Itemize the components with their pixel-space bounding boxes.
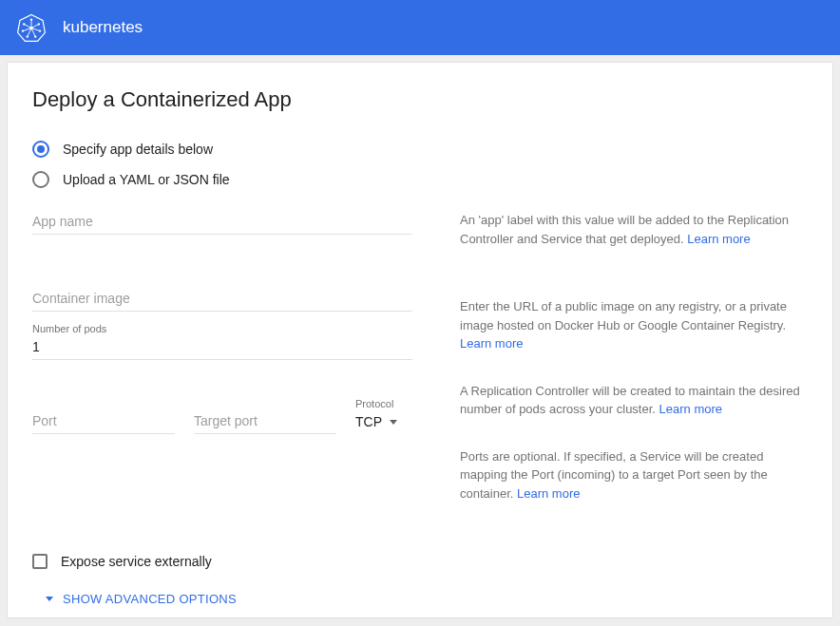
field-protocol: Protocol TCP	[355, 398, 412, 434]
help-ports: Ports are optional. If specified, a Serv…	[460, 447, 808, 503]
radio-upload-file[interactable]: Upload a YAML or JSON file	[32, 171, 808, 188]
learn-more-link[interactable]: Learn more	[687, 232, 750, 246]
protocol-label: Protocol	[355, 398, 412, 409]
field-container-image	[32, 288, 412, 312]
svg-line-3	[31, 24, 39, 28]
field-app-name	[32, 211, 412, 235]
radio-unchecked-icon	[32, 171, 49, 188]
svg-point-12	[34, 35, 36, 37]
radio-label: Upload a YAML or JSON file	[63, 172, 230, 187]
target-port-input[interactable]	[194, 410, 336, 434]
svg-point-10	[38, 23, 40, 25]
svg-point-15	[23, 23, 25, 25]
form-columns: Number of pods Protocol TCP	[32, 211, 808, 548]
learn-more-link[interactable]: Learn more	[460, 336, 523, 351]
help-pods: A Replication Controller will be created…	[460, 382, 808, 419]
port-input[interactable]	[32, 410, 175, 434]
protocol-select[interactable]: TCP	[355, 411, 412, 434]
ports-row: Protocol TCP	[32, 398, 412, 434]
radio-specify-details[interactable]: Specify app details below	[32, 141, 808, 158]
field-port	[32, 410, 175, 434]
protocol-value: TCP	[355, 414, 382, 429]
help-app-name: An 'app' label with this value will be a…	[460, 211, 808, 248]
svg-point-9	[30, 18, 32, 20]
learn-more-link[interactable]: Learn more	[659, 402, 722, 416]
svg-point-13	[27, 35, 29, 37]
field-number-of-pods: Number of pods	[32, 323, 412, 360]
advanced-options-label: SHOW ADVANCED OPTIONS	[63, 592, 237, 606]
field-target-port	[194, 410, 336, 434]
app-name-input[interactable]	[32, 211, 412, 235]
show-advanced-options[interactable]: SHOW ADVANCED OPTIONS	[46, 592, 808, 606]
expose-service-checkbox[interactable]: Expose service externally	[32, 554, 808, 569]
radio-checked-icon	[32, 141, 49, 158]
radio-label: Specify app details below	[63, 142, 213, 157]
learn-more-link[interactable]: Learn more	[517, 486, 580, 501]
checkbox-unchecked-icon	[32, 554, 48, 569]
chevron-down-icon	[390, 420, 397, 425]
kubernetes-logo-icon	[17, 13, 46, 42]
app-title: kubernetes	[63, 18, 143, 37]
deploy-panel: Deploy a Containerized App Specify app d…	[7, 62, 833, 618]
svg-point-11	[39, 29, 41, 31]
checkbox-label: Expose service externally	[61, 554, 212, 569]
chevron-down-icon	[46, 597, 53, 601]
svg-point-14	[22, 29, 24, 31]
page-title: Deploy a Containerized App	[32, 87, 808, 112]
pods-input[interactable]	[32, 336, 412, 360]
form-left: Number of pods Protocol TCP	[32, 211, 412, 548]
deploy-mode-radio-group: Specify app details below Upload a YAML …	[32, 141, 808, 188]
svg-line-8	[24, 24, 31, 28]
pods-label: Number of pods	[32, 323, 412, 334]
help-container-image: Enter the URL of a public image on any r…	[460, 297, 808, 353]
app-header: kubernetes	[0, 0, 840, 55]
container-image-input[interactable]	[32, 288, 412, 312]
form-right: An 'app' label with this value will be a…	[460, 211, 808, 548]
